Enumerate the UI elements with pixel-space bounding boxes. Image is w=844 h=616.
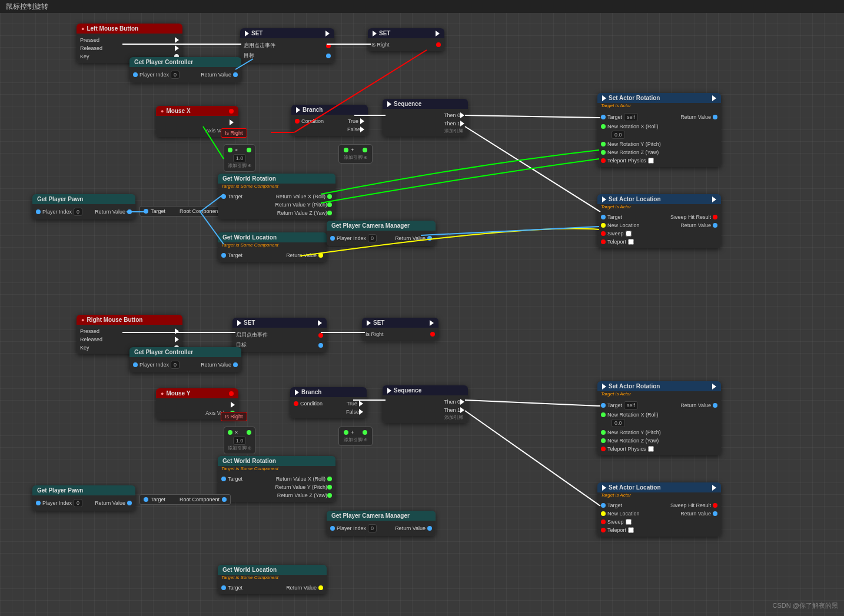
root-component-node: Target Root Component xyxy=(139,206,231,217)
get-camera-manager-bottom: Get Player Camera Manager Player Index 0… xyxy=(327,511,436,536)
exec-in xyxy=(373,31,377,36)
node-header: Get Player Controller xyxy=(129,57,241,67)
node-header: Get Player Camera Manager xyxy=(327,511,436,521)
false-exec xyxy=(359,409,363,415)
false-label: False xyxy=(347,126,360,132)
root-component-node-bottom: Target Root Component xyxy=(139,494,231,505)
target-label: Target xyxy=(151,208,165,214)
node-header: Get Player Controller xyxy=(129,347,241,357)
exec-in xyxy=(387,388,391,394)
node-title: Mouse Y xyxy=(166,390,190,397)
exec-out xyxy=(325,31,330,36)
node-header: Get World Rotation xyxy=(218,456,335,466)
node-header: Set Actor Rotation xyxy=(597,381,721,391)
exec-in xyxy=(602,197,606,202)
node-title: Get Player Camera Manager xyxy=(331,512,410,519)
node-header: Get World Location xyxy=(218,232,327,242)
node-header: SET xyxy=(240,28,334,38)
exec-out xyxy=(712,384,716,389)
node-header: SET xyxy=(232,318,327,328)
teleport-checkbox-2[interactable] xyxy=(628,239,634,245)
get-player-controller-2: Get Player Controller Player Index 0 Ret… xyxy=(129,347,241,372)
node-header: SET xyxy=(368,28,444,38)
node-title: Branch xyxy=(303,106,323,113)
exec-in xyxy=(387,101,391,107)
node-header: Get Player Camera Manager xyxy=(327,221,436,231)
exec-pin xyxy=(175,337,179,342)
exec-pin xyxy=(230,119,234,125)
true-label: True xyxy=(348,118,358,124)
get-world-location-top: Get World Location Target is Some Compon… xyxy=(218,232,327,262)
red-dot xyxy=(229,109,234,114)
exec-out xyxy=(318,320,322,326)
node-title: Right Mouse Button xyxy=(87,317,142,323)
false-exec xyxy=(360,126,364,132)
get-player-pawn-bottom: Get Player Pawn Player Index 0 Return Va… xyxy=(32,485,135,511)
add-pin-label: 添加引脚 xyxy=(386,128,464,134)
node-title: Get World Location xyxy=(222,234,277,241)
node-header: Get World Rotation xyxy=(218,174,335,184)
node-title: Get Player Controller xyxy=(134,349,193,355)
get-camera-manager-top: Get Player Camera Manager Player Index 0… xyxy=(327,221,436,246)
exec-out xyxy=(436,31,440,36)
node-header: SET xyxy=(362,318,438,328)
exec-pin xyxy=(175,37,179,43)
node-title: Get Player Camera Manager xyxy=(331,222,410,229)
target-pin xyxy=(326,54,331,58)
node-title: Get Player Pawn xyxy=(37,196,83,202)
multiply-node: × 1.0 添加引脚 ⊕ xyxy=(224,144,255,172)
teleport-checkbox-b[interactable] xyxy=(648,446,654,452)
node-title: SET xyxy=(251,30,262,36)
exec-in xyxy=(602,95,606,101)
get-world-rotation-top: Get World Rotation Target is Some Compon… xyxy=(218,174,335,219)
set-actor-location-top: Set Actor Location Target is Actor Targe… xyxy=(597,194,721,248)
node-title: Set Actor Location xyxy=(609,484,661,491)
pin-label: Is Right xyxy=(371,42,390,48)
sweep-checkbox[interactable] xyxy=(626,231,632,237)
get-player-pawn-top: Get Player Pawn Player Index 0 Return Va… xyxy=(32,194,135,219)
then0-pin xyxy=(460,112,464,118)
true-exec xyxy=(360,118,364,124)
set-node-4: SET Is Right xyxy=(362,318,438,341)
exec-out xyxy=(430,320,434,326)
exec-in xyxy=(295,389,299,395)
node-title: Branch xyxy=(301,389,321,395)
title-bar: 鼠标控制旋转 xyxy=(0,0,844,13)
teleport-checkbox[interactable] xyxy=(648,158,654,164)
sweep-checkbox-b[interactable] xyxy=(626,519,632,525)
is-right-badge-bottom: Is Right xyxy=(221,412,247,421)
exec-in xyxy=(602,384,606,389)
node-header: Get World Location xyxy=(218,565,327,575)
exec-out xyxy=(712,95,716,101)
node-title: SET xyxy=(244,319,255,326)
exec-pin xyxy=(231,402,235,408)
node-title: SET xyxy=(373,319,384,326)
then1-pin xyxy=(460,121,464,126)
node-title: Sequence xyxy=(394,101,421,107)
plus-node-bottom: + 添加引脚 ⊕ xyxy=(338,427,373,446)
exec-in xyxy=(237,320,241,326)
add-pin-label-2: 添加引脚 xyxy=(386,414,464,421)
multiply-node-bottom: × 1.0 添加引脚 ⊕ xyxy=(224,427,255,454)
sequence-node-1: Sequence Then 0 Then 1 添加引脚 xyxy=(383,99,468,136)
pin-label: 启用点击事件 xyxy=(244,42,275,49)
set-node-3: SET 启用点击事件 目标 xyxy=(232,318,327,352)
title-text: 鼠标控制旋转 xyxy=(6,2,48,12)
node-header: Branch xyxy=(290,387,367,397)
get-world-rotation-bottom: Get World Rotation Target is Some Compon… xyxy=(218,456,335,502)
return-label: Return Value xyxy=(201,72,231,78)
node-header: ● Mouse Y xyxy=(156,388,238,398)
then1-pin xyxy=(460,407,464,413)
teleport-checkbox-b2[interactable] xyxy=(628,527,634,533)
bool-pin xyxy=(436,42,441,47)
exec-out xyxy=(712,485,716,491)
player-index-pin xyxy=(133,72,138,77)
bool-pin xyxy=(326,44,331,48)
true-exec xyxy=(359,401,363,407)
node-title: Get Player Pawn xyxy=(37,487,83,494)
node-title: Mouse X xyxy=(166,108,190,114)
node-header: Set Actor Location xyxy=(597,194,721,204)
pin-label: Player Index xyxy=(139,72,169,78)
node-header: Set Actor Rotation xyxy=(597,93,721,103)
node-title: Set Actor Rotation xyxy=(609,95,660,101)
